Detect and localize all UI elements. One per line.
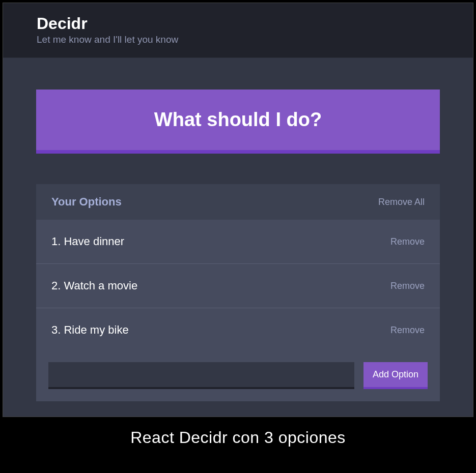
remove-option-button[interactable]: Remove: [390, 325, 425, 336]
options-list: 1. Have dinnerRemove2. Watch a movieRemo…: [36, 220, 440, 352]
app-container: Decidr Let me know and I'll let you know…: [3, 3, 473, 417]
add-option-input[interactable]: [48, 362, 354, 389]
option-text: 1. Have dinner: [51, 235, 124, 248]
option-text: 2. Watch a movie: [51, 279, 137, 292]
caption: React Decidr con 3 opciones: [0, 417, 476, 462]
content: What should I do? Your Options Remove Al…: [3, 58, 473, 417]
options-title: Your Options: [51, 195, 122, 209]
remove-option-button[interactable]: Remove: [390, 236, 425, 247]
add-option-form: Add Option: [36, 352, 440, 401]
remove-option-button[interactable]: Remove: [390, 281, 425, 291]
option-row: 2. Watch a movieRemove: [36, 264, 440, 308]
app-subtitle: Let me know and I'll let you know: [37, 34, 473, 45]
remove-all-button[interactable]: Remove All: [378, 197, 425, 208]
app-title: Decidr: [37, 14, 473, 33]
add-option-button[interactable]: Add Option: [363, 362, 428, 389]
option-row: 3. Ride my bikeRemove: [36, 308, 440, 352]
header: Decidr Let me know and I'll let you know: [3, 3, 473, 58]
option-row: 1. Have dinnerRemove: [36, 220, 440, 264]
option-text: 3. Ride my bike: [51, 323, 129, 337]
options-header: Your Options Remove All: [36, 184, 440, 220]
options-panel: Your Options Remove All 1. Have dinnerRe…: [36, 184, 440, 401]
decide-button[interactable]: What should I do?: [36, 90, 440, 154]
